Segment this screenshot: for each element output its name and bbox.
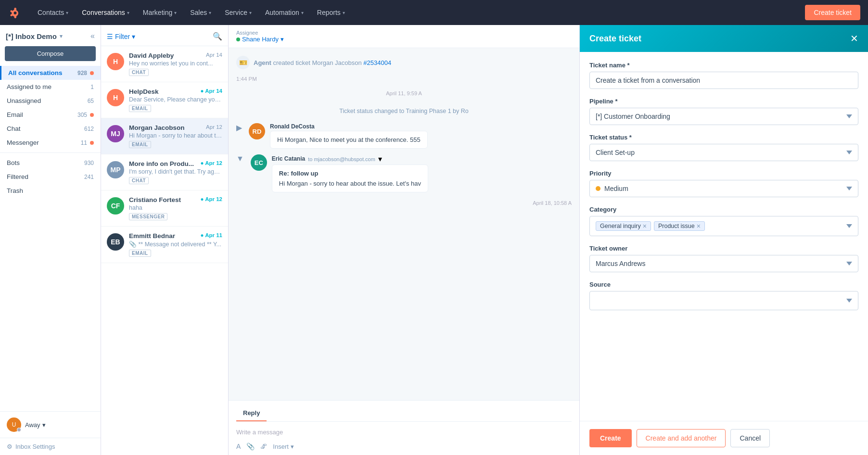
pipeline-label: Pipeline * (589, 98, 858, 105)
collapse-sidebar-button[interactable]: « (90, 32, 95, 40)
sidebar-item-email[interactable]: Email 305 (0, 108, 101, 122)
category-group: Category General inquiry × Product issue… (589, 206, 858, 236)
nav-automation[interactable]: Automation ▾ (258, 0, 310, 25)
cancel-button[interactable]: Cancel (730, 429, 770, 447)
sales-chevron-icon: ▾ (209, 10, 211, 15)
attachment-icon[interactable]: 📎 (246, 442, 255, 450)
remove-general-inquiry-icon[interactable]: × (643, 223, 647, 229)
email-chevron-icon: ▾ (378, 154, 382, 164)
status-indicator (17, 428, 21, 432)
sidebar-item-bots[interactable]: Bots 930 (0, 156, 101, 170)
create-button[interactable]: Create (589, 429, 632, 447)
panel-footer: Create Create and add another Cancel (580, 421, 868, 455)
insert-button[interactable]: Insert ▾ (273, 443, 294, 450)
paperclip-icon[interactable]: 🖇 (260, 442, 267, 450)
panel-title: Create ticket (589, 34, 641, 44)
close-icon[interactable]: ✕ (850, 33, 858, 44)
date-separator: April 11, 9:59 A (236, 88, 572, 99)
nav-conversations[interactable]: Conversations ▾ (75, 0, 136, 25)
reply-input-placeholder: Write a message (236, 426, 572, 439)
all-conversations-dot (90, 71, 94, 75)
list-item[interactable]: MP More info on Produ... ● Apr 12 I'm so… (101, 154, 228, 190)
main-layout: [*] Inbox Demo ▾ « Compose All conversat… (0, 25, 868, 455)
nav-contacts[interactable]: Contacts ▾ (31, 0, 75, 25)
user-status-bar: U Away ▾ (0, 411, 101, 438)
conv-list-header: ☰ Filter ▾ 🔍 (101, 25, 228, 46)
nav-sales[interactable]: Sales ▾ (183, 0, 218, 25)
marketing-chevron-icon: ▾ (174, 10, 177, 15)
sidebar-item-all-conversations[interactable]: All conversations 928 (0, 66, 101, 80)
sidebar-item-trash[interactable]: Trash (0, 184, 101, 198)
pipeline-select[interactable]: [*] Customer Onboarding (589, 108, 858, 125)
reply-toolbar: A 📎 🖇 Insert ▾ (236, 439, 572, 450)
service-chevron-icon: ▾ (249, 10, 252, 15)
create-and-add-another-button[interactable]: Create and add another (637, 429, 726, 447)
panel-body: Ticket name * Pipeline * [*] Customer On… (580, 52, 868, 421)
sidebar-divider (0, 152, 101, 153)
ticket-icon: 🎫 (236, 56, 250, 69)
gear-icon: ⚙ (7, 443, 13, 450)
ticket-name-input[interactable] (589, 72, 858, 89)
category-field[interactable]: General inquiry × Product issue × (589, 216, 858, 236)
list-item[interactable]: EB Emmitt Bednar ● Apr 11 📎 ** Message n… (101, 227, 228, 263)
compose-button[interactable]: Compose (5, 46, 96, 61)
list-item[interactable]: H HelpDesk ● Apr 14 Dear Service, Please… (101, 82, 228, 118)
search-button[interactable]: 🔍 (213, 32, 222, 41)
text-format-icon[interactable]: A (236, 442, 241, 450)
chat-messages: 🎫 Agent created ticket Morgan Jacobson #… (229, 48, 579, 400)
category-label: Category (589, 206, 858, 213)
away-status[interactable]: Away ▾ (25, 421, 46, 429)
nav-reports[interactable]: Reports ▾ (310, 0, 352, 25)
list-item[interactable]: H David Appleby Apr 14 Hey no worries le… (101, 46, 228, 82)
priority-group: Priority Medium (589, 170, 858, 197)
nav-service[interactable]: Service ▾ (218, 0, 258, 25)
sidebar-item-assigned-to-me[interactable]: Assigned to me 1 (0, 80, 101, 94)
create-ticket-panel: Create ticket ✕ Ticket name * Pipeline *… (579, 25, 868, 455)
ticket-owner-select[interactable]: Marcus Andrews (589, 255, 858, 272)
remove-product-issue-icon[interactable]: × (697, 223, 701, 229)
message-row: ▶ RD Ronald DeCosta Hi Morgan, Nice to m… (236, 123, 572, 149)
ticket-status-select[interactable]: Client Set-up (589, 144, 858, 161)
sidebar-item-messenger[interactable]: Messenger 11 (0, 136, 101, 150)
date-divider: April 18, 10:58 A (236, 198, 572, 208)
avatar: MP (107, 161, 124, 178)
ticket-owner-label: Ticket owner (589, 245, 858, 252)
sidebar-item-unassigned[interactable]: Unassigned 65 (0, 94, 101, 108)
chat-panel: Assignee Shane Hardy ▾ 🎫 Agent created t… (229, 25, 579, 455)
chat-header: Assignee Shane Hardy ▾ (229, 25, 579, 48)
ticket-name-label: Ticket name * (589, 62, 858, 69)
priority-label: Priority (589, 170, 858, 177)
inbox-chevron-icon: ▾ (60, 33, 63, 39)
list-item[interactable]: CF Cristiano Fortest ● Apr 12 haha MESSE… (101, 190, 228, 227)
expand-icon[interactable]: ▶ (236, 123, 242, 132)
collapse-icon[interactable]: ▼ (236, 154, 244, 163)
sidebar-item-chat[interactable]: Chat 612 (0, 122, 101, 136)
inbox-settings-button[interactable]: ⚙ Inbox Settings (0, 438, 101, 455)
priority-value: Medium (604, 185, 628, 192)
priority-dot (596, 186, 600, 191)
reply-tabs: Reply (236, 405, 572, 422)
reports-chevron-icon: ▾ (343, 10, 345, 15)
avatar: H (107, 53, 124, 70)
priority-select[interactable]: Medium (589, 180, 858, 197)
message-row: ▼ EC Eric Catania to mjacobson@hubspot.c… (236, 154, 572, 192)
tab-reply[interactable]: Reply (236, 405, 267, 421)
source-select[interactable] (589, 291, 858, 310)
reply-area: Reply Write a message A 📎 🖇 Insert ▾ (229, 400, 579, 455)
sidebar-item-filtered[interactable]: Filtered 241 (0, 170, 101, 184)
filter-button[interactable]: ☰ Filter ▾ (107, 33, 135, 40)
nav-marketing[interactable]: Marketing ▾ (136, 0, 183, 25)
create-ticket-nav-button[interactable]: Create ticket (805, 5, 860, 20)
inbox-title: [*] Inbox Demo ▾ (6, 32, 63, 40)
ticket-status-label: Ticket status * (589, 134, 858, 141)
avatar: H (107, 89, 124, 106)
message-bubble: Hi Morgan, Nice to meet you at the confe… (270, 131, 428, 149)
source-group: Source (589, 281, 858, 310)
conversation-list: ☰ Filter ▾ 🔍 H David Appleby Apr 14 Hey … (101, 25, 229, 455)
user-avatar: U (7, 417, 21, 432)
list-item[interactable]: MJ Morgan Jacobson Apr 12 Hi Morgan - so… (101, 118, 228, 154)
avatar: MJ (107, 125, 124, 142)
ticket-status-group: Ticket status * Client Set-up (589, 134, 858, 161)
insert-chevron-icon: ▾ (291, 443, 294, 450)
filter-icon: ☰ (107, 33, 113, 40)
